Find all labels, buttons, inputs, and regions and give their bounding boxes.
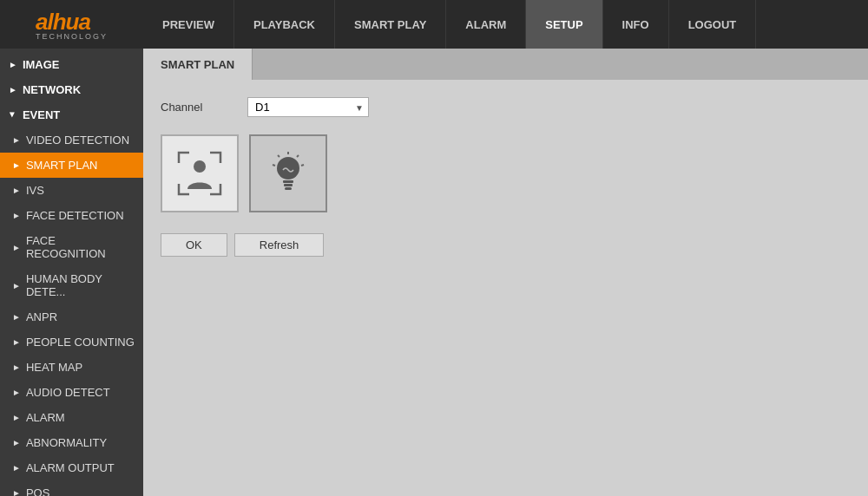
arrow-alarm: ► <box>12 413 21 422</box>
sidebar-item-anpr-label: ANPR <box>26 310 57 323</box>
sidebar-section-network-label: NETWORK <box>23 83 81 96</box>
sidebar-item-face-recognition[interactable]: ► FACE RECOGNITION <box>0 228 143 266</box>
arrow-audio-detect: ► <box>12 388 21 397</box>
sidebar-item-face-detection-label: FACE DETECTION <box>26 209 124 222</box>
face-detect-tile[interactable] <box>161 134 239 212</box>
sidebar-item-audio-detect[interactable]: ► AUDIO DETECT <box>0 380 143 405</box>
sidebar-item-face-detection[interactable]: ► FACE DETECTION <box>0 203 143 228</box>
arrow-ivs: ► <box>12 186 21 195</box>
svg-rect-4 <box>285 187 292 190</box>
sidebar-item-smart-plan[interactable]: ► SMART PLAN <box>0 153 143 178</box>
sidebar-item-heat-map-label: HEAT MAP <box>26 361 82 374</box>
svg-point-0 <box>194 160 206 173</box>
sidebar-item-people-counting-label: PEOPLE COUNTING <box>26 336 135 349</box>
sidebar-item-anpr[interactable]: ► ANPR <box>0 304 143 330</box>
svg-rect-3 <box>284 184 293 186</box>
sidebar: ► IMAGE ► NETWORK ► EVENT ► VIDEO DETECT… <box>0 49 143 496</box>
action-buttons: OK Refresh <box>161 233 851 257</box>
channel-select-wrapper: D1 D2 D3 D4 ▼ <box>247 97 369 117</box>
nav-tab-smart-play[interactable]: SMART PLAY <box>335 0 446 49</box>
sidebar-item-human-body-label: HUMAN BODY DETE... <box>26 272 135 298</box>
sidebar-section-image[interactable]: ► IMAGE <box>0 52 143 77</box>
arrow-human-body: ► <box>12 281 21 290</box>
sidebar-item-alarm-output[interactable]: ► ALARM OUTPUT <box>0 455 143 480</box>
sidebar-item-heat-map[interactable]: ► HEAT MAP <box>0 355 143 380</box>
content-body: Channel D1 D2 D3 D4 ▼ <box>143 80 868 496</box>
content-tab-bar: SMART PLAN <box>143 49 868 80</box>
icon-tiles <box>161 134 851 212</box>
sidebar-item-abnormality[interactable]: ► ABNORMALITY <box>0 430 143 455</box>
arrow-anpr: ► <box>12 312 21 322</box>
sidebar-item-pos-label: POS <box>26 486 49 496</box>
svg-point-1 <box>277 157 299 179</box>
arrow-pos: ► <box>12 488 21 496</box>
sidebar-item-abnormality-label: ABNORMALITY <box>26 436 107 449</box>
sidebar-item-video-detection[interactable]: ► VIDEO DETECTION <box>0 127 143 153</box>
nav-tab-setup[interactable]: SETUP <box>526 0 602 49</box>
logo-sub: TECHNOLOGY <box>36 32 108 41</box>
sidebar-item-alarm-label: ALARM <box>26 411 65 424</box>
sidebar-section-network[interactable]: ► NETWORK <box>0 77 143 102</box>
arrow-smart-plan: ► <box>12 160 21 170</box>
channel-label: Channel <box>161 101 247 114</box>
smart-light-tile[interactable] <box>249 134 327 212</box>
sidebar-item-ivs-label: IVS <box>26 184 44 197</box>
svg-line-6 <box>297 155 299 157</box>
sidebar-section-event-label: EVENT <box>23 108 60 121</box>
sidebar-item-people-counting[interactable]: ► PEOPLE COUNTING <box>0 330 143 355</box>
arrow-video-detection: ► <box>12 135 21 145</box>
sidebar-item-alarm-output-label: ALARM OUTPUT <box>26 461 115 474</box>
channel-row: Channel D1 D2 D3 D4 ▼ <box>161 97 851 117</box>
svg-line-7 <box>301 165 304 166</box>
arrow-face-detection: ► <box>12 211 21 220</box>
nav-tab-alarm[interactable]: ALARM <box>446 0 526 49</box>
ok-button[interactable]: OK <box>161 233 227 257</box>
sidebar-item-smart-plan-label: SMART PLAN <box>26 159 98 172</box>
bulb-icon <box>266 151 311 196</box>
nav-tabs: PREVIEW PLAYBACK SMART PLAY ALARM SETUP … <box>143 0 756 49</box>
logo-area: alhua TECHNOLOGY <box>0 0 143 49</box>
content-tab-smart-plan-label: SMART PLAN <box>161 58 234 71</box>
sidebar-item-ivs[interactable]: ► IVS <box>0 178 143 203</box>
svg-rect-2 <box>283 180 293 183</box>
arrow-heat-map: ► <box>12 362 21 372</box>
sidebar-item-audio-detect-label: AUDIO DETECT <box>26 386 110 399</box>
person-icon <box>177 151 222 196</box>
nav-tab-playback[interactable]: PLAYBACK <box>234 0 335 49</box>
sidebar-item-alarm[interactable]: ► ALARM <box>0 405 143 430</box>
sidebar-item-pos[interactable]: ► POS <box>0 480 143 496</box>
nav-tab-preview[interactable]: PREVIEW <box>143 0 234 49</box>
sidebar-section-event[interactable]: ► EVENT <box>0 102 143 127</box>
sidebar-section-image-label: IMAGE <box>23 58 60 71</box>
main-layout: ► IMAGE ► NETWORK ► EVENT ► VIDEO DETECT… <box>0 49 868 496</box>
refresh-button[interactable]: Refresh <box>234 233 325 257</box>
arrow-people-counting: ► <box>12 337 21 347</box>
svg-line-9 <box>273 165 275 166</box>
arrow-alarm-output: ► <box>12 463 21 473</box>
arrow-abnormality: ► <box>12 438 21 447</box>
arrow-network: ► <box>9 85 17 95</box>
arrow-image: ► <box>9 60 17 69</box>
sidebar-item-video-detection-label: VIDEO DETECTION <box>26 134 129 147</box>
nav-tab-logout[interactable]: LOGOUT <box>669 0 757 49</box>
content-tab-smart-plan[interactable]: SMART PLAN <box>143 49 253 80</box>
sidebar-item-human-body-dete[interactable]: ► HUMAN BODY DETE... <box>0 266 143 304</box>
top-nav: alhua TECHNOLOGY PREVIEW PLAYBACK SMART … <box>0 0 868 49</box>
channel-select[interactable]: D1 D2 D3 D4 <box>247 97 369 117</box>
content-area: SMART PLAN Channel D1 D2 D3 D4 ▼ <box>143 49 868 496</box>
arrow-face-recognition: ► <box>12 243 21 252</box>
sidebar-item-face-recognition-label: FACE RECOGNITION <box>26 234 135 260</box>
svg-line-8 <box>278 155 279 157</box>
nav-tab-info[interactable]: INFO <box>603 0 669 49</box>
arrow-event: ► <box>8 111 17 120</box>
logo-text: alhua <box>36 9 90 35</box>
